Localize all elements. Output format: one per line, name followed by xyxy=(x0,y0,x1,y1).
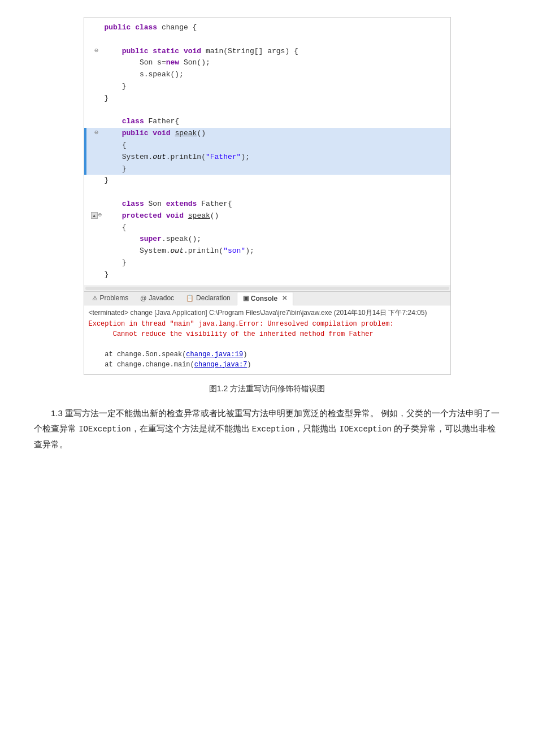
code-content: } xyxy=(105,93,446,105)
code-line: } xyxy=(84,175,450,187)
code-content: class Son extends Father{ xyxy=(105,198,446,210)
collapse-icon[interactable]: ⊖ xyxy=(94,46,98,57)
console-icon: ▣ xyxy=(243,295,249,302)
tab-console-label: Console xyxy=(251,295,277,303)
code-scrollbar[interactable] xyxy=(84,286,450,291)
tab-problems-label: Problems xyxy=(100,294,129,302)
code-content: class Father{ xyxy=(105,116,446,128)
code-line: } xyxy=(84,81,450,93)
code-line-highlighted: } xyxy=(84,163,450,175)
line-gutter: ▲ ⊖ xyxy=(89,210,105,221)
code-line-highlighted: ⊖ public void speak() xyxy=(84,128,450,140)
blue-bar xyxy=(84,140,86,152)
scrollbar-track[interactable] xyxy=(85,287,449,290)
code-content: { xyxy=(105,222,446,234)
stack2-end: ) xyxy=(247,361,251,369)
stack1-text: at change.Son.speak( xyxy=(89,351,186,358)
tab-declaration-label: Declaration xyxy=(196,294,231,302)
code-line: ▲ ⊖ protected void speak() xyxy=(84,210,450,222)
code-content: protected void speak() xyxy=(105,210,446,222)
javadoc-icon: @ xyxy=(140,295,146,301)
figure-caption: 图1.2 方法重写访问修饰符错误图 xyxy=(84,384,451,394)
code-line xyxy=(84,105,450,116)
code-content: s.speak(); xyxy=(105,69,446,81)
blue-bar xyxy=(84,163,86,175)
tab-console[interactable]: ▣ Console ✕ xyxy=(237,292,293,305)
code-content: public void speak() xyxy=(105,128,446,140)
code-line xyxy=(84,187,450,198)
code-line: s.speak(); xyxy=(84,69,450,81)
inline-code-ioexception2: IOException xyxy=(340,425,392,434)
console-stack2: at change.change.main(change.java:7) xyxy=(89,360,446,370)
bottom-panel: ⚠ Problems @ Javadoc 📋 Declaration ▣ Con… xyxy=(84,292,451,375)
code-content: { xyxy=(105,140,446,152)
code-line: class Father{ xyxy=(84,116,450,128)
tab-problems[interactable]: ⚠ Problems xyxy=(86,292,135,304)
tab-declaration[interactable]: 📋 Declaration xyxy=(180,292,237,304)
error-text-2: Cannot reduce the visibility of the inhe… xyxy=(89,330,374,338)
console-close-icon[interactable]: ✕ xyxy=(282,295,287,302)
stack1-end: ) xyxy=(243,351,247,358)
blue-bar xyxy=(84,152,86,163)
console-error-line2: Cannot reduce the visibility of the inhe… xyxy=(89,329,446,339)
code-line-highlighted: { xyxy=(84,140,450,152)
stack1-link[interactable]: change.java:19 xyxy=(186,351,243,358)
console-error-line1: Exception in thread "main" java.lang.Err… xyxy=(89,319,446,329)
collapse-icon[interactable]: ⊖ xyxy=(98,210,102,221)
stack2-link[interactable]: change.java:7 xyxy=(194,361,248,369)
code-content: super.speak(); xyxy=(105,234,446,245)
tab-javadoc[interactable]: @ Javadoc xyxy=(134,292,180,304)
code-content: public static void main(String[] args) { xyxy=(105,46,446,58)
code-content: } xyxy=(105,81,446,93)
console-blank xyxy=(89,339,446,349)
code-line: System.out.println("son"); xyxy=(84,245,450,257)
blue-bar xyxy=(84,128,86,140)
code-content: } xyxy=(105,175,446,187)
line-gutter: ⊖ xyxy=(89,128,105,139)
code-line: ⊖ public static void main(String[] args)… xyxy=(84,46,450,58)
console-title: <terminated> change [Java Application] C… xyxy=(89,308,446,318)
line-gutter: ⊖ xyxy=(89,46,105,57)
code-line: } xyxy=(84,257,450,269)
code-line: } xyxy=(84,269,450,281)
code-line: class Son extends Father{ xyxy=(84,198,450,210)
tab-javadoc-label: Javadoc xyxy=(149,294,174,302)
inline-code-exception: Exception xyxy=(252,425,295,434)
collapse-icon[interactable]: ⊖ xyxy=(94,128,98,139)
panel-tabs: ⚠ Problems @ Javadoc 📋 Declaration ▣ Con… xyxy=(84,292,450,305)
code-content: } xyxy=(105,257,446,269)
code-line-highlighted: System.out.println("Father"); xyxy=(84,152,450,163)
inline-code-ioexception: IOException xyxy=(79,425,131,434)
override-icon: ▲ xyxy=(91,212,98,219)
stack2-text: at change.change.main( xyxy=(89,361,194,369)
code-content: System.out.println("Father"); xyxy=(105,152,446,163)
problems-icon: ⚠ xyxy=(92,295,98,302)
code-content: Son s=new Son(); xyxy=(105,57,446,69)
declaration-icon: 📋 xyxy=(186,295,194,302)
code-content xyxy=(105,34,446,46)
panel-content: <terminated> change [Java Application] C… xyxy=(84,305,450,374)
code-content xyxy=(105,105,446,116)
code-content: System.out.println("son"); xyxy=(105,245,446,257)
code-line: Son s=new Son(); xyxy=(84,57,450,69)
code-line: super.speak(); xyxy=(84,234,450,245)
error-text-1: Exception in thread "main" java.lang.Err… xyxy=(89,320,394,328)
page-container: public class change { ⊖ public static vo… xyxy=(0,0,534,756)
code-line: } xyxy=(84,93,450,105)
code-area: public class change { ⊖ public static vo… xyxy=(84,18,450,286)
code-content xyxy=(105,187,446,198)
code-line: public class change { xyxy=(84,22,450,34)
code-content: } xyxy=(105,163,446,175)
code-content: public class change { xyxy=(105,22,446,34)
text-section: 1.3 重写方法一定不能抛出新的检查异常或者比被重写方法申明更加宽泛的检查型异常… xyxy=(34,405,500,452)
code-line: { xyxy=(84,222,450,234)
console-stack1: at change.Son.speak(change.java:19) xyxy=(89,349,446,360)
code-line xyxy=(84,34,450,46)
code-content: } xyxy=(105,269,446,281)
code-editor: public class change { ⊖ public static vo… xyxy=(84,17,451,292)
